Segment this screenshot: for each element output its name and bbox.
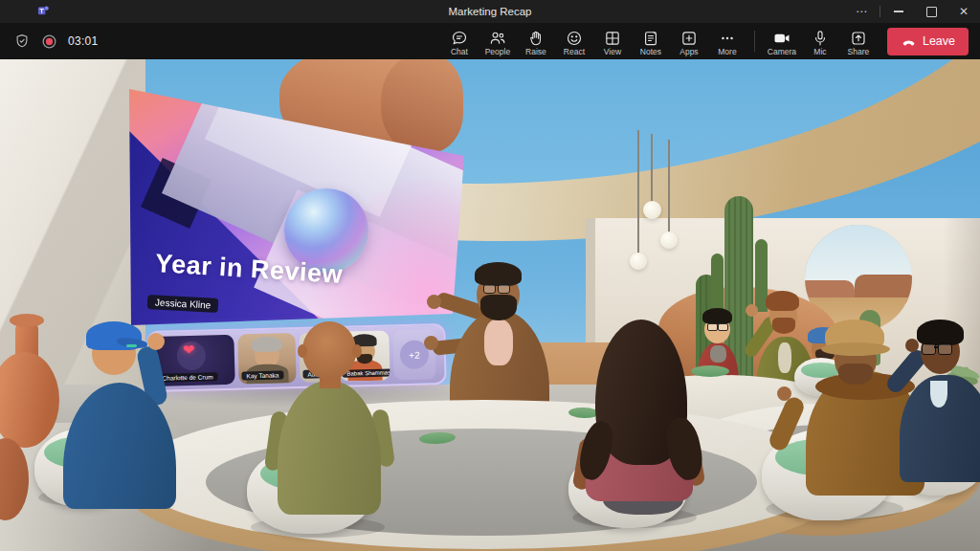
avatar-head (302, 321, 356, 379)
teams-immersive-meeting-window: Marketing Recap ⋯ ✕ 03:01 Chat (0, 0, 980, 551)
raise-button[interactable]: Raise (517, 26, 555, 56)
lamp-cord-3 (637, 130, 639, 254)
rock-formation-peak (381, 59, 463, 153)
view-button[interactable]: View (593, 26, 632, 56)
avatar-hand (147, 333, 165, 350)
more-button[interactable]: More (708, 26, 746, 56)
maximize-icon (926, 7, 937, 17)
view-icon (603, 29, 622, 47)
raise-icon (526, 29, 546, 47)
people-icon (488, 29, 507, 47)
apps-button[interactable]: Apps (670, 26, 708, 56)
avatar-glasses-arm (126, 344, 137, 347)
chat-icon (450, 29, 469, 47)
camera-icon (772, 29, 791, 47)
camera-button[interactable]: Camera (763, 26, 801, 56)
avatar-shirt (778, 342, 791, 373)
avatar-hand (905, 339, 919, 352)
titlebar-divider (880, 6, 880, 17)
avatar-glasses (498, 284, 510, 294)
raise-button-label: Raise (525, 47, 546, 56)
avatar-beard (772, 318, 795, 334)
minimize-button[interactable] (882, 0, 915, 23)
notes-icon (641, 29, 660, 47)
mic-button[interactable]: Mic (801, 26, 839, 56)
video-tile-kay[interactable]: Kay Tanaka (237, 333, 296, 385)
lamp-globe-3 (630, 253, 647, 270)
lamp-globe-2 (660, 231, 678, 249)
slide-artwork-glow (276, 170, 471, 335)
mic-icon (811, 29, 830, 47)
avatar-hair (702, 308, 732, 324)
window-title: Marketing Recap (0, 6, 980, 17)
more-icon (718, 29, 737, 47)
notes-button-label: Notes (640, 47, 661, 56)
avatar-hair (917, 320, 964, 345)
avatar-hand (427, 295, 441, 309)
avatar-glasses (938, 343, 952, 355)
video-tile-charlotte[interactable]: ❤ Charlotte de Crum (153, 335, 234, 386)
video-strip[interactable]: ❤ Charlotte de Crum Kay Tanaka Aadi Baba… (146, 323, 447, 392)
avatar-hand (777, 386, 791, 401)
chat-button-label: Chat (451, 47, 468, 56)
avatar-glasses-bridge (934, 346, 939, 348)
immersive-space-viewport[interactable]: Year in Review Jessica Kline ❤ Charlotte… (0, 59, 980, 551)
participant-name: Kay Tanaka (241, 370, 283, 380)
maximize-button[interactable] (915, 0, 947, 23)
titlebar: Marketing Recap ⋯ ✕ (0, 0, 980, 23)
reaction-heart: ❤ (183, 342, 195, 359)
avatar-glasses (922, 343, 936, 355)
react-button[interactable]: React (555, 26, 593, 56)
share-button-label: Share (848, 47, 870, 56)
leave-button-label: Leave (923, 34, 955, 48)
meeting-toolbar: 03:01 Chat People Raise React View (0, 23, 980, 59)
vase-lip (10, 314, 44, 327)
avatar-turtleneck (710, 345, 726, 363)
record-icon (40, 33, 58, 51)
toolbar-buttons: Chat People Raise React View Notes (440, 26, 980, 56)
avatar-glasses (718, 323, 728, 331)
saguaro-arm-left (711, 253, 724, 315)
apps-button-label: Apps (679, 47, 698, 56)
avatar-shirt (930, 381, 947, 408)
participant-hair (251, 336, 281, 352)
avatar-ear (352, 344, 362, 358)
chat-button[interactable]: Chat (440, 26, 479, 56)
avatar-shirt (484, 320, 513, 365)
share-icon (849, 29, 868, 47)
avatar-hair (475, 262, 522, 286)
lamp-globe-1 (643, 201, 661, 219)
table-plant-decor (691, 365, 729, 377)
shield-checkmark-icon[interactable] (13, 33, 31, 50)
people-button[interactable]: People (479, 26, 517, 56)
avatar-beard (838, 364, 873, 385)
hangup-icon (901, 33, 917, 50)
people-button-label: People (485, 47, 510, 56)
avatar-ear (298, 344, 307, 358)
react-button-label: React (564, 47, 585, 56)
avatar-hand (746, 304, 758, 317)
overflow-count: +2 (409, 349, 420, 360)
avatar-glasses (483, 284, 496, 294)
lamp-cord-1 (651, 134, 653, 203)
view-button-label: View (604, 47, 621, 56)
avatar-hat-brim (821, 342, 890, 356)
notes-button[interactable]: Notes (632, 26, 670, 56)
toolbar-divider (754, 31, 755, 52)
meeting-timer: 03:01 (68, 34, 99, 48)
avatar-hand (424, 336, 438, 350)
participant-name: Charlotte de Crum (157, 372, 217, 383)
avatar-glasses (707, 323, 718, 331)
more-button-label: More (718, 47, 736, 56)
share-button[interactable]: Share (839, 26, 878, 56)
mic-button-label: Mic (813, 47, 826, 56)
react-icon (565, 29, 584, 47)
avatar-hair (766, 291, 799, 311)
minimize-icon (894, 11, 903, 12)
camera-button-label: Camera (768, 47, 796, 56)
lamp-cord-2 (668, 140, 670, 233)
apps-icon (679, 29, 699, 47)
close-button[interactable]: ✕ (947, 0, 980, 23)
leave-button[interactable]: Leave (887, 28, 969, 55)
titlebar-more-button[interactable]: ⋯ (845, 0, 878, 23)
